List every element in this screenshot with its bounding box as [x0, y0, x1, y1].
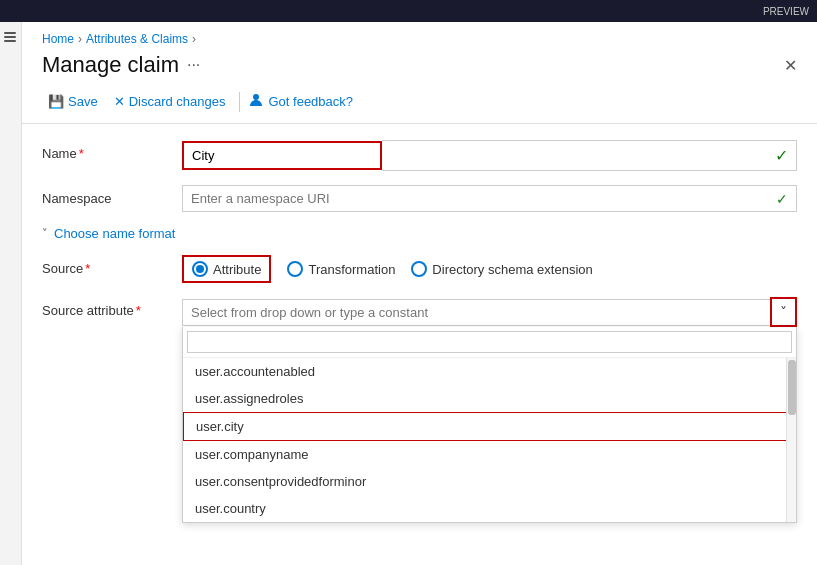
discard-icon: ✕	[114, 94, 125, 109]
dropdown-list-container: user.accountenabled user.assignedroles u…	[183, 358, 796, 522]
namespace-label: Namespace	[42, 185, 182, 206]
close-button[interactable]: ✕	[784, 56, 797, 75]
top-bar: PREVIEW	[0, 0, 817, 22]
toolbar-separator	[239, 92, 240, 112]
breadcrumb-home[interactable]: Home	[42, 32, 74, 46]
dropdown-search-area	[183, 327, 796, 358]
toolbar: 💾 Save ✕ Discard changes Got feedback?	[22, 90, 817, 124]
namespace-input[interactable]	[183, 186, 768, 211]
layout: Home › Attributes & Claims › Manage clai…	[0, 22, 817, 565]
feedback-icon	[248, 92, 264, 111]
source-control: Attribute Transformation Directory schem…	[182, 255, 797, 283]
source-label: Source*	[42, 255, 182, 276]
name-row: Name* ✓	[42, 140, 797, 171]
source-attribute-control: ˅ user.accountenabled user.assignedroles…	[182, 297, 797, 523]
dropdown-item-3[interactable]: user.companyname	[183, 441, 796, 468]
scrollbar-track[interactable]	[786, 358, 796, 522]
source-radio-group: Attribute Transformation Directory schem…	[182, 255, 797, 283]
page-title: Manage claim ···	[42, 52, 200, 78]
page-title-text: Manage claim	[42, 52, 179, 78]
top-bar-text: PREVIEW	[763, 6, 809, 17]
svg-rect-1	[4, 36, 16, 38]
transformation-radio-label: Transformation	[308, 262, 395, 277]
name-input-wrap: ✓	[182, 140, 797, 171]
breadcrumb: Home › Attributes & Claims ›	[22, 22, 817, 52]
source-required: *	[85, 261, 90, 276]
source-row: Source* Attribute Transformation	[42, 255, 797, 283]
dropdown-item-2[interactable]: user.city	[183, 412, 796, 441]
dropdown-item-0[interactable]: user.accountenabled	[183, 358, 796, 385]
choose-name-format-row[interactable]: ˅ Choose name format	[42, 226, 797, 241]
dropdown-item-4[interactable]: user.consentprovidedforminor	[183, 468, 796, 495]
source-attribute-row: Source attribute* ˅ user.acc	[42, 297, 797, 523]
name-check-icon: ✓	[775, 146, 788, 165]
feedback-button[interactable]: Got feedback?	[248, 92, 353, 111]
attribute-radio-label: Attribute	[213, 262, 261, 277]
source-attribute-input[interactable]	[182, 299, 770, 326]
dropdown-search-input[interactable]	[187, 331, 792, 353]
sidebar	[0, 22, 22, 565]
name-label: Name*	[42, 140, 182, 161]
source-attr-required: *	[136, 303, 141, 318]
feedback-label: Got feedback?	[268, 94, 353, 109]
source-attribute-dropdown-wrap: ˅	[182, 297, 797, 327]
source-transformation-option[interactable]: Transformation	[287, 261, 395, 277]
save-button[interactable]: 💾 Save	[42, 90, 104, 113]
directory-radio-label: Directory schema extension	[432, 262, 592, 277]
dropdown-item-1[interactable]: user.assignedroles	[183, 385, 796, 412]
namespace-row: Namespace ✓	[42, 185, 797, 212]
scrollbar-thumb	[788, 360, 796, 415]
svg-rect-2	[4, 40, 16, 42]
save-label: Save	[68, 94, 98, 109]
transformation-radio-circle	[287, 261, 303, 277]
directory-radio-circle	[411, 261, 427, 277]
name-required: *	[79, 146, 84, 161]
source-attribute-dropdown-button[interactable]: ˅	[770, 297, 797, 327]
source-directory-option[interactable]: Directory schema extension	[411, 261, 592, 277]
name-input[interactable]	[182, 141, 382, 170]
source-attribute-option[interactable]: Attribute	[182, 255, 271, 283]
discard-button[interactable]: ✕ Discard changes	[108, 90, 232, 113]
choose-name-format-label: Choose name format	[54, 226, 175, 241]
name-control: ✓	[182, 140, 797, 171]
page-options-button[interactable]: ···	[187, 56, 200, 74]
attribute-radio-circle	[192, 261, 208, 277]
svg-point-3	[253, 94, 259, 100]
save-icon: 💾	[48, 94, 64, 109]
breadcrumb-attributes[interactable]: Attributes & Claims	[86, 32, 188, 46]
dropdown-list: user.accountenabled user.assignedroles u…	[183, 358, 796, 522]
breadcrumb-sep1: ›	[78, 32, 82, 46]
source-attribute-label: Source attribute*	[42, 297, 182, 318]
choose-name-format-icon: ˅	[42, 227, 48, 240]
namespace-control: ✓	[182, 185, 797, 212]
main-content: Home › Attributes & Claims › Manage clai…	[22, 22, 817, 565]
form-area: Name* ✓ Namespace	[22, 140, 817, 565]
namespace-check-icon: ✓	[768, 191, 796, 207]
name-rest: ✓	[382, 140, 797, 171]
dropdown-item-5[interactable]: user.country	[183, 495, 796, 522]
svg-rect-0	[4, 32, 16, 34]
sidebar-nav-icon	[3, 30, 19, 46]
breadcrumb-sep2: ›	[192, 32, 196, 46]
discard-label: Discard changes	[129, 94, 226, 109]
source-attribute-dropdown-panel: user.accountenabled user.assignedroles u…	[182, 327, 797, 523]
page-title-row: Manage claim ··· ✕	[22, 52, 817, 90]
namespace-input-wrap: ✓	[182, 185, 797, 212]
